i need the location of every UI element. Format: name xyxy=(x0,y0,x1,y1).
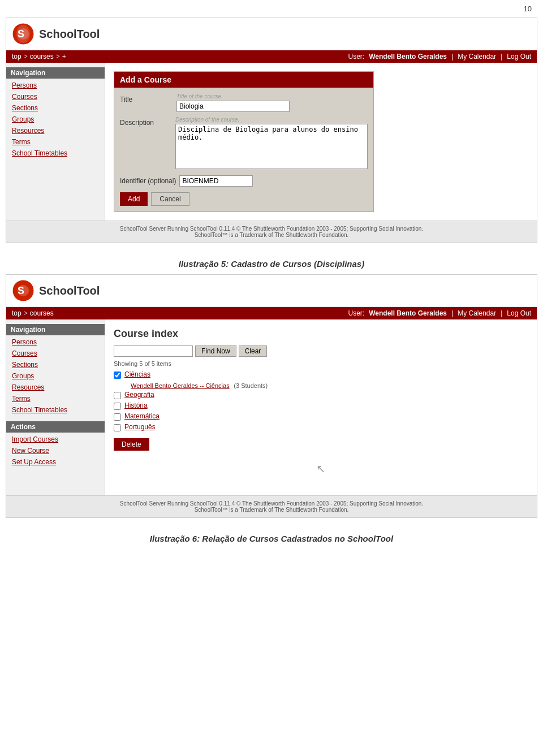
course-link-ciencias[interactable]: Ciências xyxy=(124,370,150,378)
content-area-2: Course index Find Now Clear Showing 5 of… xyxy=(105,319,537,495)
title-placeholder: Title of the course. xyxy=(176,93,368,100)
app-title-1: SchoolTool xyxy=(39,28,100,41)
sidebar-item-courses-2[interactable]: Courses xyxy=(6,348,105,359)
breadcrumb-add[interactable]: + xyxy=(62,53,66,61)
schooltool-logo-icon: S xyxy=(12,23,35,45)
log-out-link-2[interactable]: Log Out xyxy=(507,309,531,317)
breadcrumb-bar-2: top > courses User: Wendell Bento Gerald… xyxy=(6,307,537,319)
footer-line1-2: SchoolTool Server Running SchoolTool 0.1… xyxy=(11,500,532,507)
sidebar-item-terms-2[interactable]: Terms xyxy=(6,393,105,404)
svg-text:S: S xyxy=(18,285,24,296)
app-logo-1: S SchoolTool xyxy=(12,23,100,45)
sidebar-item-timetables-1[interactable]: School Timetables xyxy=(6,148,105,159)
course-checkbox-geografia[interactable] xyxy=(114,392,121,399)
caption-2: Ilustração 6: Relação de Cursos Cadastra… xyxy=(0,524,543,549)
main-layout-1: Navigation Persons Courses Sections Grou… xyxy=(6,63,537,221)
sidebar-item-timetables-2[interactable]: School Timetables xyxy=(6,404,105,416)
actions-section: Actions Import Courses New Course Set Up… xyxy=(6,421,105,468)
course-link-historia[interactable]: História xyxy=(124,401,148,409)
section-info: (3 Students) xyxy=(234,382,268,389)
form-title: Add a Course xyxy=(114,72,373,88)
breadcrumb-top-2[interactable]: top xyxy=(12,309,21,317)
app-footer-1: SchoolTool Server Running SchoolTool 0.1… xyxy=(6,221,537,243)
list-item: Ciências xyxy=(114,370,528,379)
sidebar-item-groups-1[interactable]: Groups xyxy=(6,114,105,125)
breadcrumb-left-1: top > courses > + xyxy=(12,53,66,61)
list-item: Matemática xyxy=(114,412,528,421)
footer-line2-2: SchoolTool™ is a Trademark of The Shuttl… xyxy=(11,507,532,513)
footer-line1-1: SchoolTool Server Running SchoolTool 0.1… xyxy=(11,226,532,232)
delete-button[interactable]: Delete xyxy=(114,438,149,451)
course-link-matematica[interactable]: Matemática xyxy=(124,412,160,420)
app-title-2: SchoolTool xyxy=(39,284,100,297)
user-label-2: User: xyxy=(348,309,365,317)
search-bar: Find Now Clear xyxy=(114,345,528,357)
list-item: Português xyxy=(114,423,528,431)
sidebar-1: Navigation Persons Courses Sections Grou… xyxy=(6,63,105,221)
user-name-2: Wendell Bento Geraldes xyxy=(369,309,447,317)
sidebar-item-resources-1[interactable]: Resources xyxy=(6,125,105,136)
description-label: Description xyxy=(120,116,175,127)
title-row: Title Title of the course. xyxy=(120,93,368,112)
breadcrumb-bar-1: top > courses > + User: Wendell Bento Ge… xyxy=(6,50,537,63)
main-layout-2: Navigation Persons Courses Sections Grou… xyxy=(6,319,537,495)
my-calendar-link-1[interactable]: My Calendar xyxy=(458,53,496,61)
list-item: Geografia xyxy=(114,391,528,399)
user-name-1: Wendell Bento Geraldes xyxy=(369,53,447,61)
add-course-form: Add a Course Title Title of the course. … xyxy=(114,71,374,212)
course-checkbox-ciencias[interactable] xyxy=(114,371,121,379)
description-textarea[interactable]: Disciplina de Biologia para alunos do en… xyxy=(175,124,368,169)
add-button[interactable]: Add xyxy=(120,192,148,206)
my-calendar-link-2[interactable]: My Calendar xyxy=(458,309,496,317)
page-number: 10 xyxy=(0,0,543,18)
section-link-ciencias[interactable]: Wendell Bento Geraldes -- Ciências xyxy=(131,382,230,389)
showing-text: Showing 5 of 5 items xyxy=(114,360,528,367)
course-checkbox-portugues[interactable] xyxy=(114,424,121,431)
cursor-indicator-2: ↖ xyxy=(114,451,528,487)
breadcrumb-right-1: User: Wendell Bento Geraldes | My Calend… xyxy=(348,53,531,61)
user-label-1: User: xyxy=(348,53,365,61)
find-now-button[interactable]: Find Now xyxy=(195,345,236,357)
sidebar-item-sections-1[interactable]: Sections xyxy=(6,102,105,114)
caption-1: Ilustração 5: Cadastro de Cursos (Discip… xyxy=(0,249,543,274)
description-field: Description of the course. Disciplina de… xyxy=(175,116,368,171)
title-label: Title xyxy=(120,93,176,103)
sidebar-item-set-up-access[interactable]: Set Up Access xyxy=(6,456,105,468)
form-buttons: Add Cancel xyxy=(120,192,368,206)
course-index-title: Course index xyxy=(114,328,528,340)
description-row: Description Description of the course. D… xyxy=(120,116,368,171)
search-input[interactable] xyxy=(114,345,193,357)
course-checkbox-historia[interactable] xyxy=(114,403,121,410)
log-out-link-1[interactable]: Log Out xyxy=(507,53,531,61)
course-link-geografia[interactable]: Geografia xyxy=(124,391,154,399)
sidebar-2: Navigation Persons Courses Sections Grou… xyxy=(6,319,105,495)
sidebar-item-new-course[interactable]: New Course xyxy=(6,445,105,456)
screenshot-2: S SchoolTool top > courses User: Wendell… xyxy=(6,274,537,518)
app-logo-2: S SchoolTool xyxy=(12,279,100,302)
sidebar-item-import-courses[interactable]: Import Courses xyxy=(6,434,105,445)
cancel-button[interactable]: Cancel xyxy=(151,192,189,206)
breadcrumb-courses-2[interactable]: courses xyxy=(30,309,54,317)
course-checkbox-matematica[interactable] xyxy=(114,413,121,421)
sidebar-item-courses-1[interactable]: Courses xyxy=(6,91,105,102)
sidebar-item-resources-2[interactable]: Resources xyxy=(6,382,105,393)
sidebar-item-persons-1[interactable]: Persons xyxy=(6,80,105,91)
sidebar-item-terms-1[interactable]: Terms xyxy=(6,136,105,148)
breadcrumb-courses[interactable]: courses xyxy=(30,53,54,61)
clear-button[interactable]: Clear xyxy=(239,345,268,357)
title-input[interactable] xyxy=(176,101,290,112)
actions-title: Actions xyxy=(6,421,105,433)
breadcrumb-right-2: User: Wendell Bento Geraldes | My Calend… xyxy=(348,309,531,317)
app-footer-2: SchoolTool Server Running SchoolTool 0.1… xyxy=(6,495,537,517)
form-body: Title Title of the course. Description D… xyxy=(114,88,373,211)
nav-section-title-1: Navigation xyxy=(6,67,105,79)
sidebar-item-sections-2[interactable]: Sections xyxy=(6,359,105,370)
identifier-input[interactable] xyxy=(179,175,253,187)
breadcrumb-top[interactable]: top xyxy=(12,53,21,61)
screenshot-1: S SchoolTool top > courses > + User: Wen… xyxy=(6,18,537,243)
course-link-portugues[interactable]: Português xyxy=(124,423,156,431)
sidebar-item-groups-2[interactable]: Groups xyxy=(6,370,105,382)
identifier-row: Identifier (optional) xyxy=(120,175,368,187)
sidebar-item-persons-2[interactable]: Persons xyxy=(6,336,105,348)
schooltool-logo-icon-2: S xyxy=(12,279,35,302)
